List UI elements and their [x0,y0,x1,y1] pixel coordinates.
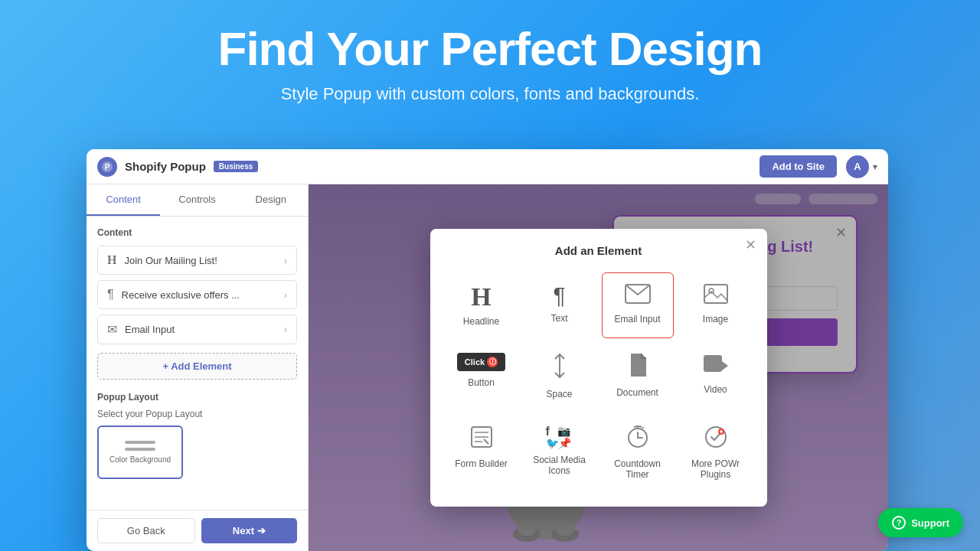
space-label: Space [546,389,572,399]
color-bg-label: Color Background [109,455,171,464]
app-window: P Shopify Popup Business Add to Site A ▾… [87,149,888,551]
headline-label: Headline [463,316,499,327]
tab-design[interactable]: Design [234,184,308,216]
layout-lines [125,441,155,451]
modal-item-document[interactable]: Document [602,341,674,411]
go-back-button[interactable]: Go Back [97,518,195,543]
form-builder-icon [470,425,493,452]
modal-item-video[interactable]: Video [680,341,752,411]
app-logo: P [97,157,117,177]
next-button[interactable]: Next ➔ [201,518,298,543]
text-label: Text [550,313,567,324]
space-icon [550,353,569,383]
countdown-label: Countdown Timer [607,458,668,480]
top-bar: P Shopify Popup Business Add to Site A ▾ [87,149,888,184]
content-item-headline[interactable]: H Join Our Mailing List! › [97,246,297,275]
hero-title: Find Your Perfect Design [0,23,980,75]
modal-title: Add an Element [446,244,752,257]
countdown-icon [626,425,649,452]
chevron-right-icon-3: › [284,324,287,335]
user-avatar[interactable]: A [846,155,869,178]
content-section-label: Content [97,227,297,238]
preview-area: ✕ Join Our Mailing List! right to your A… [309,184,888,551]
hero-section: Find Your Perfect Design Style Popup wit… [0,0,980,119]
paragraph-icon: ¶ [107,288,114,302]
document-label: Document [616,387,658,398]
modal-item-text[interactable]: ¶ Text [524,272,596,338]
business-badge: Business [214,161,258,172]
hero-subtitle: Style Popup with custom colors, fonts an… [0,84,980,104]
modal-item-headline[interactable]: H Headline [446,272,518,338]
chevron-right-icon-2: › [284,289,287,301]
modal-item-image[interactable]: Image [680,272,752,338]
support-button[interactable]: ? Support [878,508,963,537]
app-name: Shopify Popup [125,160,206,173]
more-plugins-label: More POWr Plugins [685,458,746,480]
social-media-label: Social Media Icons [529,455,590,476]
add-element-modal: Add an Element ✕ H Headline ¶ Text [430,229,767,507]
text-icon: ¶ [553,284,565,307]
modal-header: Add an Element ✕ [446,244,752,257]
layout-options: Color Background [97,425,297,479]
chevron-down-icon[interactable]: ▾ [873,161,877,172]
social-icons-group: f 📷 🐦 📌 [546,425,573,448]
video-label: Video [704,384,727,395]
more-plugins-icon [704,425,727,452]
popup-select-label: Select your Popup Layout [97,409,297,419]
document-icon [628,353,648,381]
sidebar-footer: Go Back Next ➔ [87,510,308,551]
email-input-label: Email Input [614,314,660,324]
content-item-headline-text: Join Our Mailing List! [124,255,283,266]
layout-line-1 [125,441,155,444]
svg-marker-7 [722,361,728,370]
svg-rect-6 [704,355,722,372]
image-icon [704,284,728,308]
modal-item-countdown[interactable]: Countdown Timer [602,414,674,491]
headline-icon: H [107,253,116,267]
tab-content[interactable]: Content [87,184,160,216]
main-area: Content Controls Design Content H Join O… [87,184,888,551]
tab-controls[interactable]: Controls [160,184,234,216]
modal-item-button[interactable]: Click ⓘ Button [446,341,518,411]
popup-layout-section: Popup Layout Select your Popup Layout Co… [97,392,297,479]
svg-text:P: P [105,163,110,171]
modal-item-social-media[interactable]: f 📷 🐦 📌 Social Media Icons [524,414,596,491]
email-input-icon [625,284,651,308]
support-label: Support [911,517,949,529]
modal-grid: H Headline ¶ Text [446,272,752,491]
layout-option-color[interactable]: Color Background [97,425,183,479]
layout-line-2 [125,448,155,451]
email-icon: ✉ [107,322,117,337]
tabs: Content Controls Design [87,184,308,217]
chevron-right-icon: › [284,255,287,266]
content-item-text[interactable]: ¶ Receive exclusive offers ... › [97,280,297,309]
modal-item-email-input[interactable]: Email Input [602,272,674,338]
headline-icon: H [471,284,491,310]
add-element-button[interactable]: + Add Element [97,353,297,380]
content-item-email[interactable]: ✉ Email Input › [97,315,297,344]
video-icon [703,353,729,378]
modal-item-more-plugins[interactable]: More POWr Plugins [680,414,752,491]
content-item-email-text: Email Input [125,324,284,335]
modal-close-button[interactable]: ✕ [745,238,756,252]
sidebar-content: Content H Join Our Mailing List! › ¶ Rec… [87,217,308,510]
modal-item-form-builder[interactable]: Form Builder [446,414,518,491]
sidebar: Content Controls Design Content H Join O… [87,184,309,551]
add-to-site-button[interactable]: Add to Site [760,155,837,178]
content-item-text-text: Receive exclusive offers ... [122,289,284,301]
button-label: Button [468,377,495,388]
modal-overlay: Add an Element ✕ H Headline ¶ Text [309,184,888,551]
popup-layout-label: Popup Layout [97,392,297,403]
social-media-icon: f 📷 🐦 📌 [546,425,573,448]
support-icon: ? [892,516,906,530]
form-builder-label: Form Builder [455,458,508,469]
image-label: Image [703,314,728,324]
button-icon: Click ⓘ [457,353,505,371]
modal-item-space[interactable]: Space [524,341,596,411]
